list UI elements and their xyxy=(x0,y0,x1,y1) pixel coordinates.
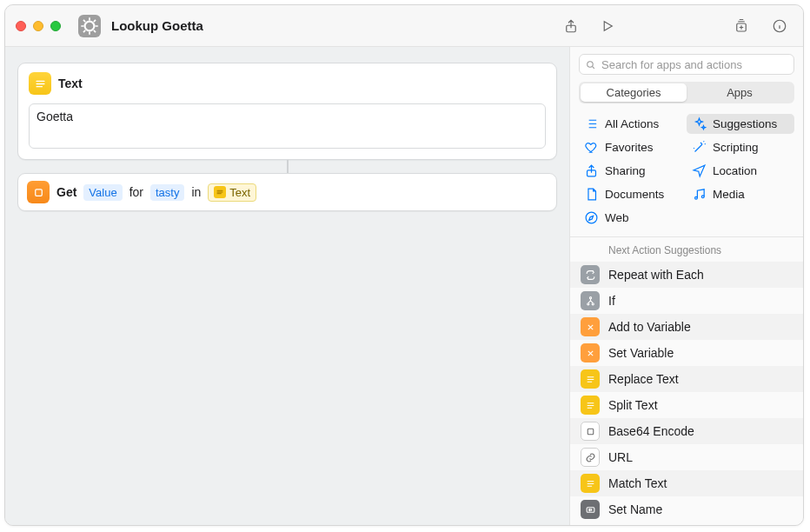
dictionary-action-icon xyxy=(27,181,50,203)
text-action-title: Text xyxy=(58,76,83,90)
category-web[interactable]: Web xyxy=(579,208,687,228)
suggestion-label: Replace Text xyxy=(608,372,679,386)
doc-icon xyxy=(584,187,599,202)
category-grid: All Actions Suggestions Favorites Script… xyxy=(570,110,803,236)
category-suggestions[interactable]: Suggestions xyxy=(687,114,794,134)
source-variable-label: Text xyxy=(229,186,250,199)
share-button[interactable] xyxy=(558,15,584,37)
suggestions-header: Next Action Suggestions xyxy=(570,237,803,262)
shortcuts-window: Lookup Goetta xyxy=(4,4,804,526)
text-action-input[interactable]: Goetta xyxy=(29,103,546,149)
page-title: Lookup Goetta xyxy=(111,18,203,33)
category-location[interactable]: Location xyxy=(687,161,794,181)
actions-sidebar: Categories Apps All Actions Suggestions … xyxy=(570,47,803,525)
category-favorites[interactable]: Favorites xyxy=(579,137,687,157)
svg-point-12 xyxy=(592,303,594,304)
value-type-token[interactable]: Value xyxy=(83,184,122,201)
square-icon xyxy=(581,422,600,441)
text-action-icon xyxy=(29,72,51,95)
suggestion-item[interactable]: Base64 Encode xyxy=(570,418,803,444)
tab-categories[interactable]: Categories xyxy=(581,83,687,102)
minimize-window-button[interactable] xyxy=(33,21,43,31)
editor-canvas[interactable]: Text Goetta Get Value for tasty in xyxy=(5,47,570,525)
source-variable-chip[interactable]: Text xyxy=(208,183,256,202)
tab-apps[interactable]: Apps xyxy=(687,83,793,102)
category-sharing[interactable]: Sharing xyxy=(579,161,687,181)
suggestion-item[interactable]: Match Text xyxy=(570,470,803,496)
info-button[interactable] xyxy=(767,15,793,37)
suggestion-item[interactable]: Replace Text xyxy=(570,366,803,392)
svg-point-9 xyxy=(586,212,597,223)
suggestion-item[interactable]: Split Text xyxy=(570,392,803,418)
shortcut-icon xyxy=(78,15,101,37)
category-scripting[interactable]: Scripting xyxy=(687,137,794,157)
category-media[interactable]: Media xyxy=(687,184,794,204)
traffic-lights xyxy=(16,21,61,31)
suggestion-label: URL xyxy=(608,450,633,464)
svg-rect-13 xyxy=(588,429,594,435)
suggestion-item[interactable]: If xyxy=(570,288,803,314)
list-icon xyxy=(584,116,599,131)
svg-rect-4 xyxy=(35,189,42,196)
suggestion-item[interactable]: Repeat with Each xyxy=(570,262,803,288)
suggestions-list: Repeat with EachIfAdd to VariableSet Var… xyxy=(570,262,803,522)
in-label: in xyxy=(191,185,201,199)
heart-icon xyxy=(584,140,599,155)
suggestion-item[interactable]: Set Variable xyxy=(570,340,803,366)
library-button[interactable] xyxy=(728,15,754,37)
text-chip-icon xyxy=(214,186,226,198)
svg-point-10 xyxy=(589,296,591,298)
search-field[interactable] xyxy=(579,54,794,75)
suggestion-item[interactable]: Add to Variable xyxy=(570,314,803,340)
repeat-icon xyxy=(581,265,600,284)
suggestion-item[interactable]: URL xyxy=(570,444,803,470)
lines-icon xyxy=(581,369,600,389)
search-icon xyxy=(585,59,596,70)
zoom-window-button[interactable] xyxy=(50,21,61,31)
suggestion-label: Add to Variable xyxy=(608,320,691,334)
share-icon xyxy=(584,163,599,178)
sparkle-icon xyxy=(692,116,707,131)
category-all-actions[interactable]: All Actions xyxy=(579,114,687,134)
suggestion-label: Repeat with Each xyxy=(608,268,704,282)
suggestion-label: Set Variable xyxy=(608,346,674,360)
get-dictionary-value-card[interactable]: Get Value for tasty in Text xyxy=(17,173,557,211)
music-icon xyxy=(692,187,707,202)
svg-point-5 xyxy=(588,61,594,67)
svg-point-7 xyxy=(695,196,698,199)
connector-line xyxy=(287,160,289,173)
branch-icon xyxy=(581,291,600,310)
run-button[interactable] xyxy=(594,15,621,37)
svg-point-8 xyxy=(701,196,704,198)
svg-point-0 xyxy=(85,21,95,30)
for-label: for xyxy=(129,185,143,199)
x-icon xyxy=(581,317,600,336)
rename-icon xyxy=(581,500,600,519)
search-input[interactable] xyxy=(601,58,788,71)
suggestion-label: Match Text xyxy=(608,476,667,490)
suggestion-item[interactable]: Set Name xyxy=(570,496,803,522)
category-documents[interactable]: Documents xyxy=(579,184,687,204)
text-action-card[interactable]: Text Goetta xyxy=(17,63,557,160)
titlebar: Lookup Goetta xyxy=(5,5,803,47)
suggestion-label: Split Text xyxy=(608,398,658,412)
sidebar-tabs: Categories Apps xyxy=(579,82,794,103)
suggestion-label: Set Name xyxy=(608,502,662,516)
key-token[interactable]: tasty xyxy=(150,184,184,201)
suggestion-label: If xyxy=(608,294,615,308)
close-window-button[interactable] xyxy=(16,21,26,31)
x-icon xyxy=(581,343,600,362)
suggestion-label: Base64 Encode xyxy=(608,424,694,438)
svg-point-11 xyxy=(587,303,588,304)
link-icon xyxy=(581,448,600,467)
navigate-icon xyxy=(692,163,707,178)
compass-icon xyxy=(584,210,599,225)
wand-icon xyxy=(692,140,707,155)
lines-icon xyxy=(581,474,600,493)
lines-icon xyxy=(581,396,600,415)
get-label: Get xyxy=(56,185,76,199)
